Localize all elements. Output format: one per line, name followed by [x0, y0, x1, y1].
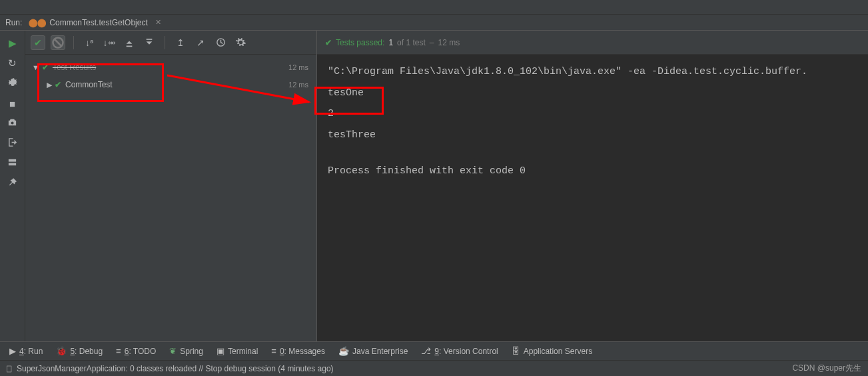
svg-point-0 [11, 121, 13, 124]
console-line: tesOne [328, 83, 857, 104]
window-top-bar [0, 0, 868, 15]
status-message: SuperJsonManagerApplication: 0 classes r… [17, 364, 334, 373]
history-icon[interactable] [213, 35, 228, 50]
list-icon: ≡ [116, 346, 121, 356]
separator [165, 36, 165, 49]
passed-check-icon: ✔ [55, 80, 61, 89]
tests-passed-count: 1 [388, 38, 393, 47]
play-icon: ▶ [9, 346, 16, 356]
tests-passed-label: Tests passed: [336, 38, 384, 47]
tab-title-text: CommonTest.testGetObject [49, 18, 147, 27]
close-tab-icon[interactable]: ✕ [155, 18, 161, 27]
spring-tool-button[interactable]: ❦ Spring [164, 344, 209, 358]
main-content-row: ▶ ↻ ■ ✔ ↓ᵃ ↓⥈ [0, 31, 868, 341]
dash: – [430, 38, 434, 47]
debug-tool-button[interactable]: 🐞 5: Debug [51, 344, 108, 358]
console-exit-line: Process finished with exit code 0 [328, 161, 857, 182]
test-results-root[interactable]: ▼ ✔ Test Results 12 ms [25, 59, 316, 76]
pin-icon[interactable] [8, 177, 17, 189]
test-tree-pane: ✔ ↓ᵃ ↓⥈ ↥ ↗ ▼ [25, 31, 317, 341]
todo-tool-button[interactable]: ≡ 6: TODO [111, 344, 161, 358]
test-toolbar: ✔ ↓ᵃ ↓⥈ ↥ ↗ [25, 31, 316, 55]
run-config-tab[interactable]: ⬤⬤ CommonTest.testGetObject ✕ [29, 18, 161, 27]
status-icon: ⎕ [7, 364, 11, 373]
test-results-label: Test Results [53, 63, 96, 72]
run-tool-button[interactable]: ▶ 4: Run [4, 344, 48, 358]
svg-rect-2 [9, 163, 16, 165]
test-class-node[interactable]: ▶ ✔ CommonTest 12 ms [25, 76, 316, 93]
label: 5: Debug [70, 347, 103, 356]
messages-icon: ≡ [271, 346, 276, 356]
refresh-failed-icon[interactable]: ↻ [8, 57, 17, 69]
child-duration: 12 ms [288, 81, 308, 89]
console-line-cmd: "C:\Program Files\Java\jdk1.8.0_102\bin\… [328, 61, 857, 83]
console-output[interactable]: "C:\Program Files\Java\jdk1.8.0_102\bin\… [317, 55, 868, 341]
passed-check-icon: ✔ [42, 63, 49, 72]
collapse-all-button[interactable] [142, 35, 157, 50]
collapse-arrow-icon[interactable]: ▼ [32, 63, 39, 71]
show-passed-button[interactable]: ✔ [31, 35, 45, 50]
appservers-tool-button[interactable]: 🗄 Application Servers [506, 344, 598, 358]
spring-icon: ❦ [169, 346, 177, 356]
label: Spring [180, 347, 203, 356]
label: 4: Run [19, 347, 43, 356]
settings-icon[interactable] [233, 35, 248, 50]
label: Application Servers [524, 347, 592, 356]
test-tree[interactable]: ▼ ✔ Test Results 12 ms ▶ ✔ CommonTest 12… [25, 55, 316, 341]
javaee-tool-button[interactable]: ☕ Java Enterprise [333, 344, 413, 358]
status-bar: ⎕ SuperJsonManagerApplication: 0 classes… [0, 360, 868, 376]
terminal-tool-button[interactable]: ▣ Terminal [211, 344, 263, 358]
exit-icon[interactable] [7, 137, 17, 149]
console-pane: ✔ Tests passed: 1 of 1 test – 12 ms "C:\… [317, 31, 868, 341]
console-line: 2 [328, 103, 857, 125]
tests-passed-bar: ✔ Tests passed: 1 of 1 test – 12 ms [317, 31, 868, 55]
label: Terminal [228, 347, 258, 356]
messages-tool-button[interactable]: ≡ 0: Messages [266, 344, 330, 358]
test-class-label: CommonTest [65, 80, 113, 89]
layout-icon[interactable] [7, 157, 17, 169]
export-icon[interactable]: ↗ [193, 35, 208, 50]
svg-rect-1 [9, 159, 16, 162]
scroll-up-icon[interactable]: ↥ [173, 35, 188, 50]
run-label: Run: [5, 18, 22, 27]
label: Java Enterprise [352, 347, 408, 356]
javaee-icon: ☕ [338, 346, 349, 356]
separator [73, 36, 74, 49]
tool-window-bar: ▶ 4: Run 🐞 5: Debug ≡ 6: TODO ❦ Spring ▣… [0, 341, 868, 360]
left-gutter: ▶ ↻ ■ [0, 31, 25, 341]
camera-icon[interactable] [7, 117, 17, 129]
server-icon: 🗄 [512, 346, 520, 356]
tests-total-label: of 1 test [397, 38, 426, 47]
vcs-tool-button[interactable]: ⎇ 9: Version Control [416, 344, 503, 358]
passed-check-icon: ✔ [325, 38, 332, 47]
stop-icon[interactable]: ■ [9, 98, 15, 109]
junit-icon: ⬤⬤ [29, 18, 46, 27]
tests-duration: 12 ms [438, 38, 460, 47]
root-duration: 12 ms [288, 63, 308, 71]
console-line: tesThree [328, 125, 857, 146]
label: 9: Version Control [434, 347, 498, 356]
label: 0: Messages [280, 347, 325, 356]
bug-icon[interactable] [7, 77, 18, 90]
run-tool-header: Run: ⬤⬤ CommonTest.testGetObject ✕ [0, 15, 868, 31]
terminal-icon: ▣ [217, 346, 224, 356]
label: 6: TODO [125, 347, 157, 356]
vcs-icon: ⎇ [421, 346, 431, 356]
bug-icon: 🐞 [56, 346, 67, 356]
watermark: CSDN @super先生 [792, 363, 861, 374]
sort-duration-button[interactable]: ↓⥈ [102, 35, 117, 50]
sort-alpha-button[interactable]: ↓ᵃ [82, 35, 97, 50]
svg-line-4 [55, 39, 61, 46]
rerun-icon[interactable]: ▶ [9, 37, 17, 49]
expand-arrow-icon[interactable]: ▶ [47, 81, 52, 89]
show-ignored-button[interactable] [51, 35, 65, 50]
blank-line [328, 145, 857, 161]
expand-all-button[interactable] [122, 35, 137, 50]
